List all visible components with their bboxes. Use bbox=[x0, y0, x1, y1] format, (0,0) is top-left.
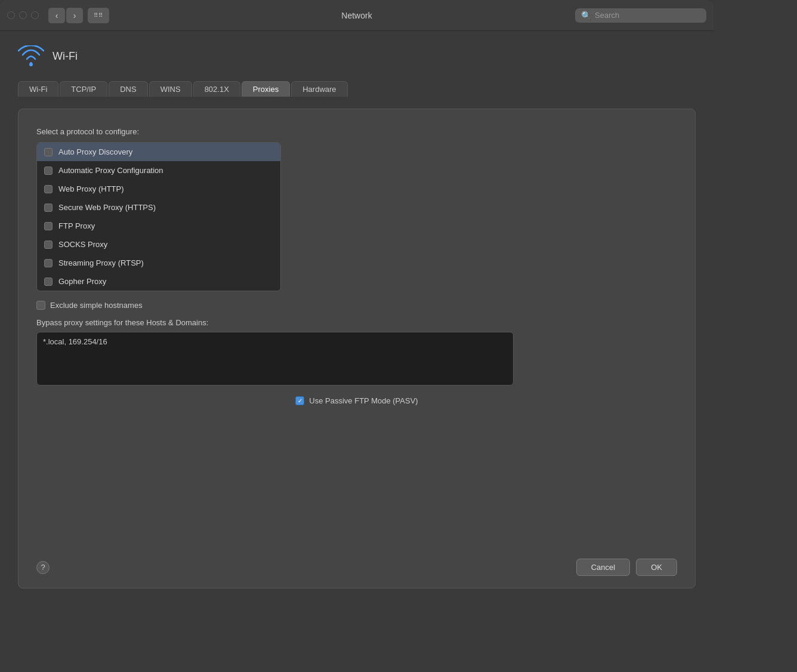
bypass-textarea[interactable] bbox=[36, 332, 514, 386]
protocol-label-socks-proxy: SOCKS Proxy bbox=[58, 240, 107, 249]
minimize-button[interactable] bbox=[19, 11, 27, 19]
action-buttons: Cancel OK bbox=[576, 559, 677, 576]
search-input[interactable] bbox=[595, 11, 700, 20]
protocol-list: Auto Proxy Discovery Automatic Proxy Con… bbox=[36, 142, 281, 291]
checkbox-automatic-proxy-config[interactable] bbox=[44, 167, 52, 175]
grid-button[interactable]: ⠿⠿ bbox=[88, 8, 109, 23]
checkbox-streaming-proxy-rtsp[interactable] bbox=[44, 259, 52, 267]
nav-buttons: ‹ › bbox=[48, 8, 83, 23]
tab-dns[interactable]: DNS bbox=[109, 81, 147, 97]
titlebar: ‹ › ⠿⠿ Network 🔍 bbox=[0, 0, 713, 31]
protocol-gopher-proxy[interactable]: Gopher Proxy bbox=[37, 272, 280, 291]
wifi-icon bbox=[18, 43, 44, 69]
search-icon: 🔍 bbox=[581, 11, 591, 20]
protocol-label-ftp-proxy: FTP Proxy bbox=[58, 221, 95, 230]
tabs: Wi-Fi TCP/IP DNS WINS 802.1X Proxies Har… bbox=[18, 81, 696, 97]
tab-tcpip[interactable]: TCP/IP bbox=[60, 81, 107, 97]
protocol-automatic-proxy-config[interactable]: Automatic Proxy Configuration bbox=[37, 161, 280, 180]
ok-button[interactable]: OK bbox=[636, 559, 677, 576]
exclude-hostnames-checkbox[interactable] bbox=[36, 301, 45, 310]
wifi-header: Wi-Fi bbox=[18, 43, 696, 69]
section-label: Select a protocol to configure: bbox=[36, 127, 677, 136]
traffic-lights bbox=[7, 11, 39, 19]
checkbox-secure-web-proxy-https[interactable] bbox=[44, 204, 52, 212]
svg-point-0 bbox=[29, 63, 33, 66]
tab-hardware[interactable]: Hardware bbox=[291, 81, 347, 97]
protocol-ftp-proxy[interactable]: FTP Proxy bbox=[37, 217, 280, 235]
bypass-label: Bypass proxy settings for these Hosts & … bbox=[36, 318, 677, 327]
forward-button[interactable]: › bbox=[66, 8, 83, 23]
protocol-label-automatic-proxy-config: Automatic Proxy Configuration bbox=[58, 166, 163, 175]
protocol-label-gopher-proxy: Gopher Proxy bbox=[58, 277, 106, 286]
protocol-streaming-proxy-rtsp[interactable]: Streaming Proxy (RTSP) bbox=[37, 254, 280, 272]
protocol-label-secure-web-proxy-https: Secure Web Proxy (HTTPS) bbox=[58, 203, 156, 212]
cancel-button[interactable]: Cancel bbox=[576, 559, 630, 576]
protocol-secure-web-proxy-https[interactable]: Secure Web Proxy (HTTPS) bbox=[37, 198, 280, 217]
checkbox-socks-proxy[interactable] bbox=[44, 241, 52, 249]
tab-wins[interactable]: WINS bbox=[149, 81, 192, 97]
protocol-label-auto-proxy-discovery: Auto Proxy Discovery bbox=[58, 147, 132, 156]
ftp-mode-checkbox[interactable]: ✓ bbox=[295, 396, 304, 405]
ftp-mode-label: Use Passive FTP Mode (PASV) bbox=[309, 396, 418, 405]
protocol-socks-proxy[interactable]: SOCKS Proxy bbox=[37, 235, 280, 254]
tab-8021x[interactable]: 802.1X bbox=[193, 81, 240, 97]
search-bar: 🔍 bbox=[575, 8, 706, 23]
checkbox-gopher-proxy[interactable] bbox=[44, 278, 52, 286]
close-button[interactable] bbox=[7, 11, 15, 19]
protocol-label-streaming-proxy-rtsp: Streaming Proxy (RTSP) bbox=[58, 258, 144, 267]
main-content: Wi-Fi Wi-Fi TCP/IP DNS WINS 802.1X Proxi… bbox=[0, 31, 713, 600]
maximize-button[interactable] bbox=[31, 11, 39, 19]
protocol-auto-proxy-discovery[interactable]: Auto Proxy Discovery bbox=[37, 143, 280, 161]
window-title: Network bbox=[341, 11, 372, 20]
tab-proxies[interactable]: Proxies bbox=[242, 81, 290, 97]
protocol-label-web-proxy-http: Web Proxy (HTTP) bbox=[58, 184, 124, 193]
wifi-label: Wi-Fi bbox=[52, 50, 78, 63]
help-button[interactable]: ? bbox=[36, 561, 50, 574]
tab-wifi[interactable]: Wi-Fi bbox=[18, 81, 58, 97]
checkbox-web-proxy-http[interactable] bbox=[44, 185, 52, 193]
ftp-mode-row: ✓ Use Passive FTP Mode (PASV) bbox=[36, 396, 677, 405]
checkbox-auto-proxy-discovery[interactable] bbox=[44, 148, 52, 156]
panel: Select a protocol to configure: Auto Pro… bbox=[18, 109, 696, 588]
back-button[interactable]: ‹ bbox=[48, 8, 65, 23]
bottom-bar: ? Cancel OK bbox=[36, 550, 677, 576]
exclude-hostnames-label: Exclude simple hostnames bbox=[50, 301, 143, 310]
exclude-row: Exclude simple hostnames bbox=[36, 301, 677, 310]
checkbox-ftp-proxy[interactable] bbox=[44, 222, 52, 230]
protocol-web-proxy-http[interactable]: Web Proxy (HTTP) bbox=[37, 180, 280, 198]
